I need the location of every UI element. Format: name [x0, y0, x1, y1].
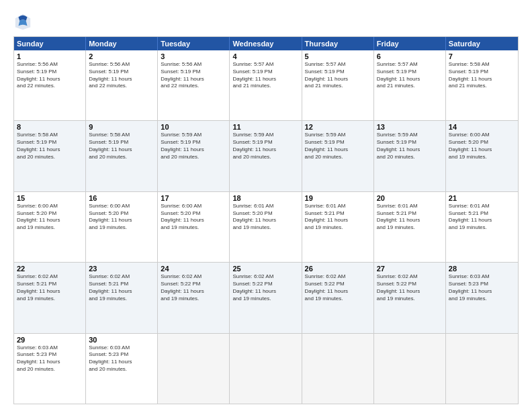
calendar-cell: 22Sunrise: 6:02 AMSunset: 5:21 PMDayligh…: [14, 263, 86, 332]
cell-line: Sunrise: 6:00 AM: [161, 203, 226, 210]
calendar: SundayMondayTuesdayWednesdayThursdayFrid…: [13, 36, 519, 404]
calendar-cell: 4Sunrise: 5:57 AMSunset: 5:19 PMDaylight…: [230, 50, 302, 120]
calendar-row: 8Sunrise: 5:58 AMSunset: 5:19 PMDaylight…: [14, 120, 518, 191]
calendar-cell: 23Sunrise: 6:02 AMSunset: 5:21 PMDayligh…: [86, 263, 158, 332]
cell-line: Sunrise: 6:02 AM: [305, 273, 371, 281]
cell-line: Sunrise: 5:56 AM: [161, 61, 226, 68]
cell-line: and 20 minutes.: [305, 154, 371, 161]
calendar-cell: 30Sunrise: 6:03 AMSunset: 5:23 PMDayligh…: [86, 334, 158, 404]
cell-line: and 20 minutes.: [232, 154, 298, 161]
cell-line: Sunrise: 6:02 AM: [161, 273, 226, 281]
calendar-cell: 7Sunrise: 5:58 AMSunset: 5:19 PMDaylight…: [446, 50, 518, 120]
calendar-cell: 5Sunrise: 5:57 AMSunset: 5:19 PMDaylight…: [302, 50, 374, 120]
cell-line: Sunset: 5:19 PM: [17, 68, 83, 76]
cell-line: Daylight: 11 hours: [161, 288, 226, 295]
cell-line: Daylight: 11 hours: [449, 217, 515, 224]
cell-line: Sunset: 5:20 PM: [449, 139, 515, 146]
cell-line: and 19 minutes.: [232, 295, 298, 303]
calendar-cell: 28Sunrise: 6:03 AMSunset: 5:23 PMDayligh…: [446, 263, 518, 332]
cell-line: Sunrise: 5:59 AM: [377, 132, 443, 139]
day-number: 16: [89, 194, 154, 202]
calendar-row: 15Sunrise: 6:00 AMSunset: 5:20 PMDayligh…: [14, 191, 518, 262]
day-number: 20: [377, 194, 443, 202]
calendar-body: 1Sunrise: 5:56 AMSunset: 5:19 PMDaylight…: [14, 50, 518, 404]
day-number: 4: [232, 52, 298, 60]
calendar-header-cell: Monday: [86, 37, 158, 50]
cell-line: and 21 minutes.: [377, 83, 443, 90]
page: SundayMondayTuesdayWednesdayThursdayFrid…: [0, 0, 532, 411]
day-number: 23: [89, 265, 154, 273]
cell-line: and 20 minutes.: [17, 154, 83, 161]
cell-line: Sunset: 5:20 PM: [232, 210, 298, 218]
cell-line: Daylight: 11 hours: [232, 76, 298, 83]
cell-line: Sunset: 5:23 PM: [449, 281, 515, 288]
calendar-cell: [230, 334, 302, 404]
cell-line: Daylight: 11 hours: [89, 146, 154, 154]
cell-line: Sunset: 5:23 PM: [89, 351, 154, 359]
cell-line: Sunrise: 6:03 AM: [17, 345, 83, 352]
cell-line: Sunset: 5:21 PM: [305, 210, 371, 218]
cell-line: Sunset: 5:20 PM: [161, 210, 226, 218]
cell-line: Sunset: 5:22 PM: [161, 281, 226, 288]
day-number: 30: [89, 336, 154, 344]
day-number: 26: [305, 265, 371, 273]
cell-line: Daylight: 11 hours: [377, 217, 443, 224]
cell-line: Sunset: 5:22 PM: [305, 281, 371, 288]
calendar-cell: [374, 334, 446, 404]
cell-line: Sunrise: 6:00 AM: [89, 203, 154, 210]
cell-line: Daylight: 11 hours: [449, 146, 515, 154]
cell-line: Sunrise: 6:02 AM: [89, 273, 154, 281]
day-number: 14: [449, 123, 515, 131]
day-number: 7: [449, 52, 515, 60]
cell-line: Daylight: 11 hours: [161, 76, 226, 83]
cell-line: Sunrise: 5:57 AM: [305, 61, 371, 68]
cell-line: and 19 minutes.: [232, 224, 298, 232]
calendar-cell: [302, 334, 374, 404]
calendar-header-cell: Friday: [374, 37, 446, 50]
calendar-cell: 2Sunrise: 5:56 AMSunset: 5:19 PMDaylight…: [86, 50, 158, 120]
cell-line: and 19 minutes.: [89, 295, 154, 303]
cell-line: Sunrise: 5:57 AM: [377, 61, 443, 68]
cell-line: Sunset: 5:21 PM: [17, 281, 83, 288]
calendar-cell: 14Sunrise: 6:00 AMSunset: 5:20 PMDayligh…: [446, 121, 518, 191]
cell-line: Sunset: 5:19 PM: [161, 139, 226, 146]
calendar-cell: [446, 334, 518, 404]
cell-line: and 22 minutes.: [17, 83, 83, 90]
cell-line: Daylight: 11 hours: [161, 146, 226, 154]
cell-line: Sunrise: 6:00 AM: [449, 132, 515, 139]
cell-line: Sunset: 5:19 PM: [305, 139, 371, 146]
calendar-cell: 10Sunrise: 5:59 AMSunset: 5:19 PMDayligh…: [158, 121, 230, 191]
cell-line: Sunrise: 5:56 AM: [89, 61, 154, 68]
calendar-cell: 17Sunrise: 6:00 AMSunset: 5:20 PMDayligh…: [158, 192, 230, 262]
cell-line: and 21 minutes.: [232, 83, 298, 90]
cell-line: Sunrise: 5:58 AM: [89, 132, 154, 139]
cell-line: Daylight: 11 hours: [17, 217, 83, 224]
cell-line: Sunset: 5:22 PM: [232, 281, 298, 288]
cell-line: Sunrise: 5:59 AM: [305, 132, 371, 139]
day-number: 8: [17, 123, 83, 131]
cell-line: Sunrise: 6:01 AM: [449, 203, 515, 210]
cell-line: Daylight: 11 hours: [17, 146, 83, 154]
cell-line: Daylight: 11 hours: [89, 76, 154, 83]
cell-line: Daylight: 11 hours: [377, 146, 443, 154]
cell-line: Daylight: 11 hours: [17, 288, 83, 295]
cell-line: Sunrise: 5:58 AM: [449, 61, 515, 68]
cell-line: Daylight: 11 hours: [449, 288, 515, 295]
cell-line: and 20 minutes.: [161, 154, 226, 161]
cell-line: and 22 minutes.: [161, 83, 226, 90]
calendar-header: SundayMondayTuesdayWednesdayThursdayFrid…: [14, 37, 518, 50]
day-number: 1: [17, 52, 83, 60]
cell-line: Sunset: 5:19 PM: [232, 139, 298, 146]
day-number: 29: [17, 336, 83, 344]
calendar-cell: 29Sunrise: 6:03 AMSunset: 5:23 PMDayligh…: [14, 334, 86, 404]
cell-line: Daylight: 11 hours: [232, 288, 298, 295]
cell-line: Daylight: 11 hours: [377, 288, 443, 295]
cell-line: and 20 minutes.: [377, 154, 443, 161]
day-number: 19: [305, 194, 371, 202]
day-number: 10: [161, 123, 226, 131]
calendar-cell: 16Sunrise: 6:00 AMSunset: 5:20 PMDayligh…: [86, 192, 158, 262]
calendar-cell: 13Sunrise: 5:59 AMSunset: 5:19 PMDayligh…: [374, 121, 446, 191]
calendar-cell: 25Sunrise: 6:02 AMSunset: 5:22 PMDayligh…: [230, 263, 302, 332]
cell-line: and 19 minutes.: [305, 224, 371, 232]
calendar-cell: [158, 334, 230, 404]
